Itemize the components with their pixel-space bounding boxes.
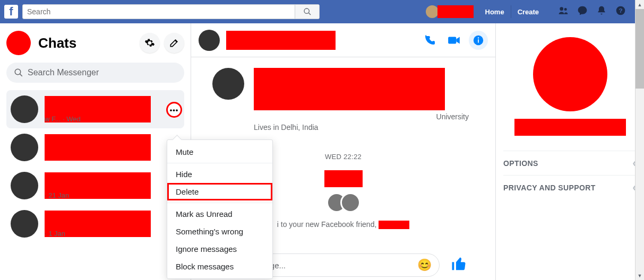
menu-mute[interactable]: Mute bbox=[167, 143, 272, 161]
avatar bbox=[340, 192, 360, 213]
info-panel: OPTIONS ‹ PRIVACY AND SUPPORT ‹ bbox=[495, 23, 644, 280]
search-icon bbox=[14, 68, 23, 77]
scroll-down-icon[interactable]: ▼ bbox=[636, 271, 644, 280]
profile-name-redacted[interactable] bbox=[437, 5, 474, 18]
scroll-thumb[interactable] bbox=[636, 9, 644, 89]
options-label: OPTIONS bbox=[503, 159, 538, 168]
conversation-avatar[interactable] bbox=[199, 30, 220, 51]
facebook-logo[interactable]: f bbox=[4, 5, 18, 19]
profile-avatar-small[interactable] bbox=[426, 5, 439, 18]
video-icon bbox=[447, 33, 461, 47]
chat-item[interactable] bbox=[6, 128, 184, 167]
conversation-header bbox=[191, 23, 495, 57]
svg-point-3 bbox=[564, 8, 567, 11]
menu-mark-unread[interactable]: Mark as Unread bbox=[167, 205, 272, 223]
settings-button[interactable] bbox=[140, 33, 160, 53]
gear-icon bbox=[144, 38, 155, 48]
svg-line-1 bbox=[308, 13, 311, 15]
phone-icon bbox=[423, 34, 436, 47]
search-input[interactable] bbox=[23, 7, 295, 16]
chat-meta: · 1 Jan bbox=[45, 230, 65, 238]
menu-block[interactable]: Block messages bbox=[167, 258, 272, 275]
info-avatar-redacted[interactable] bbox=[533, 37, 607, 111]
profile-avatar[interactable] bbox=[212, 68, 244, 100]
menu-delete[interactable]: Delete bbox=[167, 183, 272, 200]
menu-hide[interactable]: Hide bbox=[167, 165, 272, 183]
friend-name-redacted bbox=[324, 170, 363, 187]
profile-detail-line: Lives in Delhi, India bbox=[254, 123, 474, 132]
svg-point-6 bbox=[15, 69, 21, 75]
chat-name-redacted bbox=[45, 134, 151, 161]
chat-meta: · 21 Jan bbox=[45, 191, 69, 199]
svg-point-2 bbox=[560, 7, 563, 11]
menu-ignore[interactable]: Ignore messages bbox=[167, 240, 272, 258]
svg-rect-8 bbox=[448, 37, 456, 43]
thumbs-up-icon bbox=[451, 256, 467, 272]
chat-avatar bbox=[11, 210, 38, 238]
svg-line-7 bbox=[20, 74, 22, 76]
conversation-info-button[interactable] bbox=[469, 31, 488, 50]
chat-item[interactable]: · 21 Jan bbox=[6, 167, 184, 205]
scroll-up-icon[interactable]: ▲ bbox=[636, 0, 644, 9]
friend-avatars bbox=[327, 192, 360, 213]
messenger-icon[interactable] bbox=[577, 5, 588, 19]
like-button[interactable] bbox=[451, 256, 467, 276]
info-icon bbox=[473, 34, 484, 46]
browser-scrollbar[interactable]: ▲ ▼ bbox=[635, 0, 644, 280]
chat-more-button[interactable]: ••• bbox=[166, 102, 182, 118]
chat-avatar bbox=[11, 172, 38, 199]
my-avatar[interactable] bbox=[6, 31, 31, 55]
search-messenger[interactable]: Search Messenger bbox=[6, 63, 184, 83]
profile-name-redacted bbox=[254, 68, 445, 110]
profile-detail-line: University bbox=[212, 112, 474, 121]
help-icon[interactable]: ? bbox=[615, 5, 626, 19]
search-messenger-placeholder: Search Messenger bbox=[28, 68, 99, 77]
chat-item[interactable]: w F... · Wed ••• bbox=[6, 90, 184, 128]
emoji-button[interactable]: 😊 bbox=[417, 258, 432, 272]
svg-text:?: ? bbox=[619, 7, 623, 14]
friend-name-inline-redacted bbox=[379, 221, 409, 229]
info-name-redacted bbox=[514, 119, 626, 136]
svg-point-11 bbox=[478, 37, 479, 38]
home-link[interactable]: Home bbox=[479, 5, 511, 18]
privacy-label: PRIVACY AND SUPPORT bbox=[503, 183, 596, 192]
chats-sidebar: Chats Search Messenger w F... · Wed ••• bbox=[0, 23, 191, 280]
conversation-name-redacted bbox=[226, 31, 336, 50]
message-composer[interactable]: sage... 😊 bbox=[254, 253, 440, 277]
friends-icon[interactable] bbox=[558, 5, 569, 19]
notifications-icon[interactable] bbox=[596, 5, 607, 19]
global-search[interactable] bbox=[22, 4, 320, 19]
compose-icon bbox=[169, 38, 179, 48]
svg-rect-10 bbox=[478, 39, 479, 42]
chats-title: Chats bbox=[38, 35, 135, 51]
voice-call-button[interactable] bbox=[420, 31, 439, 50]
profile-summary bbox=[212, 68, 474, 110]
chat-item[interactable]: · 1 Jan bbox=[6, 205, 184, 243]
composer-placeholder: sage... bbox=[262, 261, 417, 270]
chat-context-menu: Mute Hide Delete Mark as Unread Somethin… bbox=[167, 139, 273, 279]
chat-avatar bbox=[11, 134, 38, 161]
privacy-section[interactable]: PRIVACY AND SUPPORT ‹ bbox=[503, 175, 637, 199]
compose-button[interactable] bbox=[164, 33, 184, 53]
search-button[interactable] bbox=[295, 5, 319, 19]
top-bar: f Home Create ? ▼ bbox=[0, 0, 644, 23]
search-icon bbox=[303, 7, 312, 16]
chat-avatar bbox=[11, 95, 38, 123]
svg-point-0 bbox=[304, 8, 309, 13]
video-call-button[interactable] bbox=[444, 31, 463, 50]
create-link[interactable]: Create bbox=[511, 5, 545, 18]
chat-meta: w F... · Wed bbox=[45, 115, 81, 123]
options-section[interactable]: OPTIONS ‹ bbox=[503, 151, 637, 175]
menu-something-wrong[interactable]: Something's wrong bbox=[167, 223, 272, 240]
